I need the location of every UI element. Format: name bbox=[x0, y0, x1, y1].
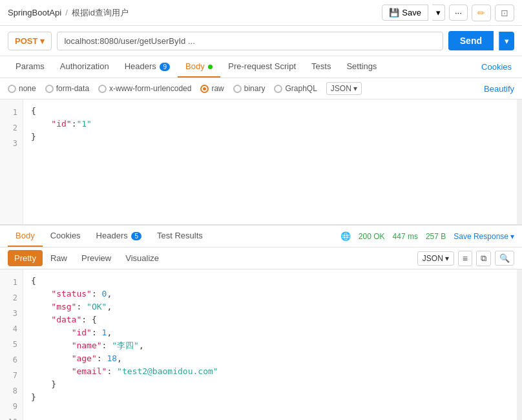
send-dropdown-button[interactable]: ▾ bbox=[499, 32, 514, 50]
method-dropdown-icon: ▾ bbox=[40, 36, 45, 46]
fmt-pretty[interactable]: Pretty bbox=[8, 250, 43, 266]
response-body-editor: 1 2 3 4 5 6 7 8 9 10 { "status": 0, "msg… bbox=[0, 269, 522, 420]
cookies-link[interactable]: Cookies bbox=[479, 57, 514, 77]
opt-raw[interactable]: raw bbox=[200, 84, 224, 93]
request-body-editor: 1 2 3 { "id":"1" } bbox=[0, 100, 522, 226]
tab-headers[interactable]: Headers 9 bbox=[117, 56, 178, 78]
fmt-preview[interactable]: Preview bbox=[75, 250, 118, 266]
resp-line-3: "msg": "OK", bbox=[31, 300, 509, 313]
edit-icon: ✏ bbox=[477, 8, 485, 18]
tab-params[interactable]: Params bbox=[8, 56, 52, 78]
req-line-1: { bbox=[31, 105, 509, 118]
opt-urlencoded[interactable]: x-www-form-urlencoded bbox=[98, 84, 191, 93]
response-section: Body Cookies Headers 5 Test Results 🌐 20… bbox=[0, 226, 522, 420]
req-line-3: } bbox=[31, 131, 509, 143]
request-code-content[interactable]: { "id":"1" } bbox=[23, 100, 517, 224]
request-line-numbers: 1 2 3 bbox=[0, 100, 23, 224]
body-active-dot bbox=[208, 65, 213, 69]
radio-graphql bbox=[274, 85, 282, 93]
response-format-options: JSON ▾ ≡ ⧉ 🔍 bbox=[417, 251, 514, 266]
resp-json-dropdown-icon: ▾ bbox=[445, 254, 449, 263]
response-json-select[interactable]: JSON ▾ bbox=[417, 251, 454, 266]
tab-tests[interactable]: Tests bbox=[304, 56, 339, 78]
save-label: Save bbox=[402, 8, 421, 17]
top-bar: SpringBootApi / 根据id查询用户 💾 Save ▾ ··· ✏ … bbox=[0, 0, 522, 26]
resp-line-7: "age": 18, bbox=[31, 352, 509, 365]
response-format-bar: Pretty Raw Preview Visualize JSON ▾ ≡ ⧉ … bbox=[0, 247, 522, 269]
resp-line-6: "name": "李四", bbox=[31, 339, 509, 352]
response-line-numbers: 1 2 3 4 5 6 7 8 9 10 bbox=[0, 269, 23, 420]
tab-body[interactable]: Body bbox=[178, 56, 220, 78]
status-code: 200 OK bbox=[359, 232, 385, 241]
breadcrumb-area: SpringBootApi / 根据id查询用户 bbox=[8, 7, 129, 19]
breadcrumb-separator: / bbox=[65, 8, 68, 17]
resp-line-10: } bbox=[31, 391, 509, 404]
send-label: Send bbox=[460, 36, 482, 46]
resp-line-4: "data": { bbox=[31, 313, 509, 326]
send-button[interactable]: Send bbox=[448, 31, 494, 50]
opt-binary[interactable]: binary bbox=[233, 84, 266, 93]
tab-prerequest[interactable]: Pre-request Script bbox=[220, 56, 304, 78]
more-button[interactable]: ··· bbox=[449, 5, 468, 21]
radio-urlencoded bbox=[98, 85, 107, 93]
request-tabs-list: Params Authorization Headers 9 Body Pre-… bbox=[8, 56, 384, 78]
format-tabs: Pretty Raw Preview Visualize bbox=[8, 250, 165, 266]
response-scrollbar[interactable] bbox=[517, 269, 522, 420]
top-bar-actions: 💾 Save ▾ ··· ✏ ⊡ bbox=[382, 5, 514, 21]
copy-button[interactable]: ⧉ bbox=[476, 251, 491, 266]
tab-authorization[interactable]: Authorization bbox=[52, 56, 117, 78]
line-num-3: 3 bbox=[0, 136, 23, 151]
json-type-select[interactable]: JSON ▾ bbox=[326, 82, 362, 95]
resp-tab-testresults[interactable]: Test Results bbox=[149, 226, 211, 247]
opt-none[interactable]: none bbox=[8, 84, 36, 93]
resp-line-9: } bbox=[31, 378, 509, 391]
radio-raw bbox=[200, 85, 209, 93]
body-type-options: none form-data x-www-form-urlencoded raw… bbox=[8, 82, 362, 95]
radio-formdata bbox=[45, 85, 54, 93]
req-line-2: "id":"1" bbox=[31, 118, 509, 131]
status-time: 447 ms bbox=[393, 232, 418, 241]
response-tabs-bar: Body Cookies Headers 5 Test Results 🌐 20… bbox=[0, 226, 522, 247]
tab-settings[interactable]: Settings bbox=[339, 56, 384, 78]
fmt-visualize[interactable]: Visualize bbox=[119, 250, 165, 266]
response-status-area: 🌐 200 OK 447 ms 257 B Save Response ▾ bbox=[340, 226, 514, 246]
method-select[interactable]: POST ▾ bbox=[8, 32, 52, 50]
save-response-button[interactable]: Save Response ▾ bbox=[454, 232, 514, 241]
headers-badge: 9 bbox=[160, 63, 170, 71]
resp-tab-headers[interactable]: Headers 5 bbox=[89, 226, 149, 247]
opt-graphql[interactable]: GraphQL bbox=[274, 84, 317, 93]
response-code-content[interactable]: { "status": 0, "msg": "OK", "data": { "i… bbox=[23, 269, 517, 420]
resp-line-8: "email": "test2@baomidou.com" bbox=[31, 365, 509, 378]
resp-tab-cookies[interactable]: Cookies bbox=[43, 226, 89, 247]
save-button[interactable]: 💾 Save bbox=[382, 5, 428, 21]
split-button[interactable]: ⊡ bbox=[495, 5, 514, 21]
json-dropdown-icon: ▾ bbox=[353, 84, 357, 93]
split-icon: ⊡ bbox=[501, 8, 508, 18]
method-label: POST bbox=[15, 36, 37, 46]
url-bar: POST ▾ Send ▾ bbox=[0, 26, 522, 56]
radio-none bbox=[8, 85, 16, 93]
url-input[interactable] bbox=[57, 32, 443, 50]
resp-headers-badge: 5 bbox=[131, 232, 141, 240]
body-options: none form-data x-www-form-urlencoded raw… bbox=[0, 78, 522, 100]
resp-line-5: "id": 1, bbox=[31, 326, 509, 339]
request-tabs: Params Authorization Headers 9 Body Pre-… bbox=[0, 56, 522, 78]
search-button[interactable]: 🔍 bbox=[495, 251, 514, 266]
beautify-button[interactable]: Beautify bbox=[484, 84, 514, 94]
radio-binary bbox=[233, 85, 242, 93]
wrap-button[interactable]: ≡ bbox=[458, 251, 472, 266]
fmt-raw[interactable]: Raw bbox=[44, 250, 74, 266]
edit-button[interactable]: ✏ bbox=[472, 5, 491, 21]
resp-line-2: "status": 0, bbox=[31, 288, 509, 300]
request-scrollbar[interactable] bbox=[517, 100, 522, 224]
breadcrumb-page: 根据id查询用户 bbox=[72, 7, 129, 19]
save-dropdown-button[interactable]: ▾ bbox=[432, 5, 445, 21]
resp-line-1: { bbox=[31, 275, 509, 288]
response-tabs-list: Body Cookies Headers 5 Test Results bbox=[8, 226, 211, 247]
line-num-1: 1 bbox=[0, 105, 23, 120]
line-num-2: 2 bbox=[0, 120, 23, 136]
save-response-dropdown-icon: ▾ bbox=[510, 232, 514, 241]
opt-formdata[interactable]: form-data bbox=[45, 84, 89, 93]
resp-tab-body[interactable]: Body bbox=[8, 226, 43, 247]
app-name: SpringBootApi bbox=[8, 8, 61, 17]
